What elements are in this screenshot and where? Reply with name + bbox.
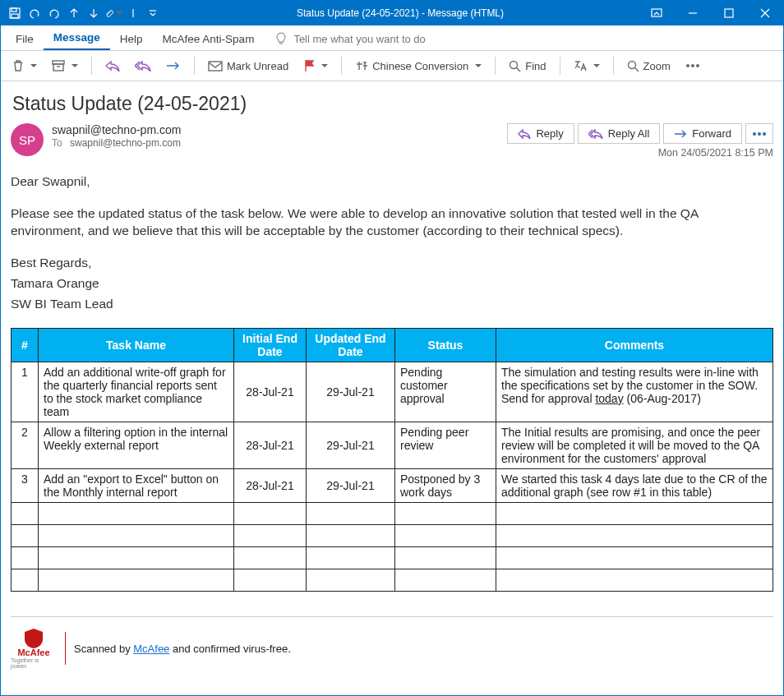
row-status: Postponed by 3 work days [395, 468, 496, 502]
tab-mcafee-antispam[interactable]: McAfee Anti-Spam [153, 28, 265, 50]
close-icon[interactable] [747, 1, 783, 25]
reply-all-label: Reply All [608, 127, 650, 140]
regards-3: SW BI Team Lead [11, 296, 773, 313]
col-initial: Initial End Date [234, 328, 307, 362]
row-task: Add an additional write-off graph for th… [39, 362, 234, 422]
row-status: Pending peer review [395, 422, 496, 468]
mcafee-brand: McAfee [17, 648, 49, 657]
table-row: 1 Add an additional write-off graph for … [12, 362, 773, 422]
mail-content: Dear Swapnil, Please see the updated sta… [11, 173, 773, 313]
row-task: Add an "export to Excel" button on the M… [39, 468, 234, 502]
mail-header: SP swapnil@techno-pm.com To swapnil@tech… [11, 123, 773, 159]
tab-file[interactable]: File [6, 28, 44, 50]
mail-actions: Reply Reply All Forward Mon 24/05/2021 8… [507, 123, 773, 159]
col-status: Status [395, 328, 496, 362]
svg-rect-7 [725, 9, 733, 17]
mcafee-tagline: Together is power. [11, 657, 57, 669]
forward-action[interactable]: Forward [663, 123, 742, 144]
find-button[interactable]: Find [504, 52, 551, 80]
avatar[interactable]: SP [11, 123, 44, 156]
chinese-conversion-button[interactable]: Chinese Conversion [350, 52, 487, 80]
translate-button[interactable] [569, 52, 605, 80]
svg-point-21 [696, 65, 699, 67]
reply-action[interactable]: Reply [507, 123, 574, 144]
find-label: Find [525, 60, 546, 72]
to-line: To swapnil@techno-pm.com [52, 137, 499, 149]
row-initial: 28-Jul-21 [234, 422, 307, 468]
quick-access-toolbar [1, 1, 162, 25]
separator [495, 57, 496, 75]
forward-button[interactable] [161, 52, 186, 80]
reply-button[interactable] [100, 52, 125, 80]
svg-point-15 [510, 61, 518, 68]
zoom-button[interactable]: Zoom [622, 52, 676, 80]
to-email: swapnil@techno-pm.com [70, 137, 181, 149]
tab-message[interactable]: Message [44, 26, 110, 50]
row-updated: 29-Jul-21 [307, 422, 395, 468]
maximize-icon[interactable] [711, 1, 747, 25]
archive-button[interactable] [47, 52, 83, 80]
row-num: 2 [12, 422, 39, 468]
row-updated: 29-Jul-21 [307, 362, 395, 422]
row-comments: The simulation and testing results were … [496, 362, 773, 422]
tab-help[interactable]: Help [110, 28, 153, 50]
regards-2: Tamara Orange [11, 275, 773, 293]
regards-1: Best Regards, [11, 255, 773, 272]
attach-dropdown-icon[interactable] [104, 1, 122, 25]
mcafee-footer: McAfee Together is power. Scanned by McA… [11, 629, 773, 669]
col-updated: Updated End Date [307, 328, 395, 362]
col-num: # [12, 328, 39, 362]
flag-button[interactable] [298, 52, 333, 80]
mcafee-link[interactable]: McAfee [133, 643, 169, 655]
table-row-empty [12, 569, 773, 591]
row-initial: 28-Jul-21 [234, 468, 307, 502]
ribbon-display-icon[interactable] [639, 1, 675, 25]
received-timestamp: Mon 24/05/2021 8:15 PM [658, 147, 773, 159]
body-paragraph: Please see the updated status of the tas… [11, 205, 773, 240]
subject: Status Update (24-05-2021) [12, 93, 773, 115]
svg-point-22 [754, 132, 756, 135]
status-table: # Task Name Initial End Date Updated End… [11, 328, 773, 592]
tell-me[interactable]: Tell me what you want to do [275, 32, 425, 50]
row-num: 1 [12, 362, 39, 422]
down-arrow-icon[interactable] [85, 1, 103, 25]
svg-rect-12 [53, 64, 63, 71]
delete-button[interactable] [7, 52, 42, 80]
to-label: To [52, 137, 62, 149]
redo-icon[interactable] [45, 1, 63, 25]
mark-unread-label: Mark Unread [227, 60, 288, 72]
reply-all-action[interactable]: Reply All [578, 123, 661, 144]
more-button[interactable] [680, 52, 705, 80]
title-bar: Status Update (24-05-2021) - Message (HT… [1, 1, 783, 25]
row-task: Allow a filtering option in the internal… [39, 422, 234, 468]
undo-icon[interactable] [25, 1, 44, 25]
svg-line-18 [634, 67, 639, 71]
separator [613, 57, 614, 75]
minimize-icon[interactable] [675, 1, 711, 25]
table-row-empty [12, 502, 773, 524]
save-icon[interactable] [6, 1, 24, 25]
svg-rect-2 [12, 14, 18, 18]
row-comments: We started this task 4 days late due to … [496, 468, 773, 502]
qat-customize-icon[interactable] [144, 1, 162, 25]
col-comments: Comments [496, 328, 773, 362]
row-updated: 29-Jul-21 [307, 468, 395, 502]
up-arrow-icon[interactable] [65, 1, 83, 25]
mark-unread-button[interactable]: Mark Unread [203, 52, 293, 80]
separator [341, 57, 342, 75]
separator [194, 57, 195, 75]
reply-all-button[interactable] [130, 52, 156, 80]
svg-point-20 [691, 65, 694, 67]
greeting: Dear Swapnil, [11, 173, 773, 191]
svg-line-16 [517, 67, 521, 71]
mcafee-text: Scanned by McAfee and confirmed virus-fr… [74, 643, 291, 655]
more-actions[interactable] [745, 123, 773, 144]
zoom-label: Zoom [643, 60, 671, 72]
table-row: 3 Add an "export to Excel" button on the… [12, 468, 773, 502]
ribbon-tabs: File Message Help McAfee Anti-Spam Tell … [1, 25, 783, 51]
outlook-message-window: Status Update (24-05-2021) - Message (HT… [0, 0, 784, 696]
table-row-empty [12, 524, 773, 546]
separator [91, 57, 92, 75]
window-title: Status Update (24-05-2021) - Message (HT… [162, 7, 639, 19]
qat-separator [124, 1, 142, 25]
